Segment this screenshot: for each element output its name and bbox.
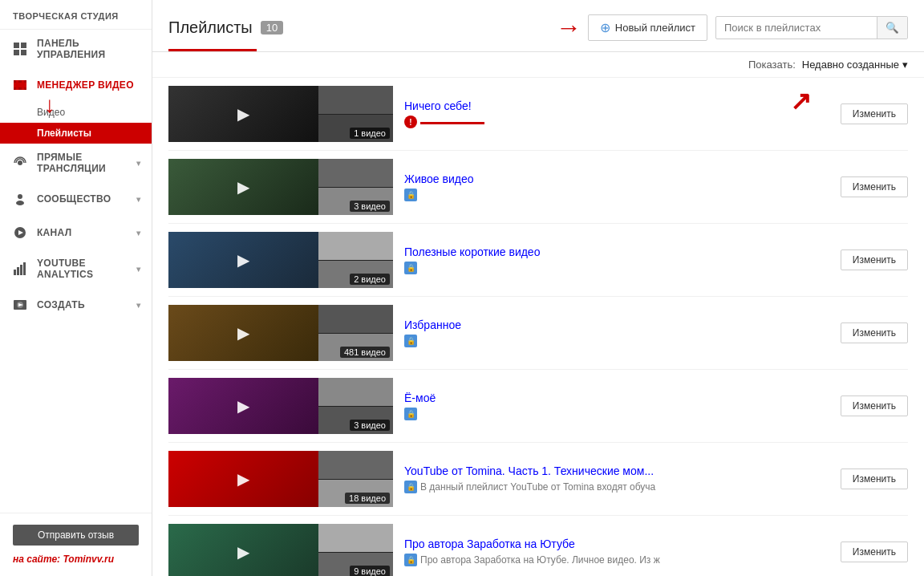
play-icon: ▶ xyxy=(237,469,249,489)
playlist-row: ▶ 2 видео Полезные короткие видео 🔒 Изме… xyxy=(168,224,908,297)
channel-icon xyxy=(11,224,29,241)
playlist-info: Избранное 🔒 xyxy=(404,318,841,347)
sidebar-item-channel[interactable]: КАНАЛ ▾ xyxy=(0,216,152,249)
privacy-icon: 🔒 xyxy=(404,554,417,566)
privacy-icon: 🔒 xyxy=(404,335,417,347)
sidebar-nav: ПАНЕЛЬ УПРАВЛЕНИЯ МЕНЕДЖЕР ВИДЕО xyxy=(0,30,152,513)
broadcast-icon xyxy=(11,154,29,172)
edit-button[interactable]: Изменить xyxy=(841,176,908,197)
playlist-thumbnail: ▶ 2 видео xyxy=(168,232,393,288)
privacy-icon: 🔒 xyxy=(404,262,417,274)
create-icon xyxy=(11,296,29,314)
playlist-thumbnail: ▶ 18 видео xyxy=(168,451,393,507)
film-icon xyxy=(11,76,29,94)
video-count-badge: 9 видео xyxy=(350,566,390,576)
page-title: Плейлисты xyxy=(168,18,253,37)
svg-rect-3 xyxy=(21,50,26,55)
sidebar-item-video-manager[interactable]: МЕНЕДЖЕР ВИДЕО xyxy=(0,68,152,102)
search-button[interactable]: 🔍 xyxy=(877,17,907,39)
play-icon: ▶ xyxy=(237,542,249,562)
edit-button[interactable]: Изменить xyxy=(841,249,908,270)
playlist-info: Живое видео 🔒 xyxy=(404,172,841,201)
video-count-badge: 18 видео xyxy=(345,493,390,504)
privacy-icon: 🔒 xyxy=(404,189,417,201)
playlist-info: Ё-моё 🔒 xyxy=(404,391,841,420)
video-count-badge: 3 видео xyxy=(350,420,390,431)
playlist-name[interactable]: Ничего себе! xyxy=(404,99,841,112)
search-input[interactable] xyxy=(716,17,877,39)
playlist-name[interactable]: YouTube от Tomina. Часть 1. Технические … xyxy=(404,464,841,477)
privacy-icon: 🔒 xyxy=(404,408,417,420)
playlist-name[interactable]: Живое видео xyxy=(404,172,841,185)
sidebar-video-manager-label: МЕНЕДЖЕР ВИДЕО xyxy=(37,79,134,91)
sidebar-footer: Отправить отзыв на сайте: Tominvv.ru xyxy=(0,513,152,576)
sidebar-channel-label: КАНАЛ xyxy=(37,227,71,238)
edit-button[interactable]: Изменить xyxy=(841,469,908,489)
playlist-row: ▶ 3 видео Живое видео 🔒 Изменить xyxy=(168,151,908,224)
playlist-name[interactable]: Про автора Заработка на Ютубе xyxy=(404,537,841,550)
playlist-name[interactable]: Ё-моё xyxy=(404,391,841,404)
playlist-info: Полезные короткие видео 🔒 xyxy=(404,245,841,274)
playlist-thumbnail: ▶ 9 видео xyxy=(168,524,393,576)
sidebar-item-analytics[interactable]: YOUTUBE ANALYTICS ▾ xyxy=(0,249,152,288)
chevron-down-icon: ▾ xyxy=(136,159,140,168)
playlist-name[interactable]: Избранное xyxy=(404,318,841,331)
playlist-desc: 🔒 xyxy=(404,408,841,420)
sidebar-sub-playlists[interactable]: Плейлисты xyxy=(0,123,152,144)
playlist-desc: ! xyxy=(404,116,841,128)
svg-rect-6 xyxy=(24,80,26,83)
playlist-info: Про автора Заработка на Ютубе 🔒 Про авто… xyxy=(404,537,841,566)
play-icon: ▶ xyxy=(237,323,249,343)
search-icon: 🔍 xyxy=(886,22,899,34)
svg-rect-1 xyxy=(21,43,26,48)
video-count-badge: 1 видео xyxy=(350,128,390,139)
playlist-thumbnail: ▶ 3 видео xyxy=(168,159,393,215)
playlist-desc: 🔒 В данный плейлист YouTube от Tomina вх… xyxy=(404,481,841,493)
svg-rect-18 xyxy=(20,265,22,275)
sidebar-create-label: СОЗДАТЬ xyxy=(37,299,85,310)
main-header: Плейлисты 10 → ⊕ Новый плейлист 🔍 xyxy=(152,0,924,52)
svg-rect-10 xyxy=(18,87,22,90)
show-select[interactable]: Недавно созданные ▾ xyxy=(802,59,908,71)
privacy-icon: 🔒 xyxy=(404,481,417,493)
playlist-desc: 🔒 xyxy=(404,335,841,347)
show-chevron-icon: ▾ xyxy=(902,59,908,71)
sidebar-item-dashboard[interactable]: ПАНЕЛЬ УПРАВЛЕНИЯ xyxy=(0,30,152,68)
main-content: Плейлисты 10 → ⊕ Новый плейлист 🔍 Показа… xyxy=(152,0,924,576)
playlist-row: ▶ 3 видео Ё-моё 🔒 Изменить xyxy=(168,370,908,443)
svg-rect-16 xyxy=(14,270,16,275)
svg-rect-5 xyxy=(14,80,16,83)
svg-point-12 xyxy=(18,194,22,199)
play-icon: ▶ xyxy=(237,177,249,197)
video-count-badge: 481 видео xyxy=(340,347,390,358)
sidebar-item-community[interactable]: СООБЩЕСТВО ▾ xyxy=(0,182,152,216)
playlist-name[interactable]: Полезные короткие видео xyxy=(404,245,841,258)
playlist-thumbnail: ▶ 3 видео xyxy=(168,378,393,434)
feedback-button[interactable]: Отправить отзыв xyxy=(13,525,139,546)
show-label: Показать: xyxy=(748,59,796,71)
sidebar-sub-video: Видео Плейлисты xyxy=(0,102,152,144)
play-icon: ▶ xyxy=(237,396,249,416)
playlist-thumbnail: ▶ 1 видео xyxy=(168,86,393,142)
sidebar-brand: ТВОРЧЕСКАЯ СТУДИЯ xyxy=(0,0,152,30)
sidebar-item-create[interactable]: СОЗДАТЬ ▾ xyxy=(0,288,152,322)
sidebar-dashboard-label: ПАНЕЛЬ УПРАВЛЕНИЯ xyxy=(37,38,140,60)
sidebar-item-livestreams[interactable]: ПРЯМЫЕ ТРАНСЛЯЦИИ ▾ xyxy=(0,144,152,182)
main-header-top: Плейлисты 10 → ⊕ Новый плейлист 🔍 xyxy=(168,13,908,43)
edit-button[interactable]: Изменить xyxy=(841,103,908,124)
playlist-list: ▶ 1 видео Ничего себе! ! Изменить xyxy=(152,78,924,576)
svg-point-11 xyxy=(18,160,22,165)
edit-button[interactable]: Изменить xyxy=(841,395,908,416)
search-box: 🔍 xyxy=(715,16,908,39)
playlist-info: YouTube от Tomina. Часть 1. Технические … xyxy=(404,464,841,493)
show-bar: Показать: Недавно созданные ▾ xyxy=(152,52,924,78)
play-icon: ▶ xyxy=(237,250,249,270)
svg-rect-17 xyxy=(17,267,19,275)
svg-rect-0 xyxy=(14,43,19,48)
new-playlist-button[interactable]: ⊕ Новый плейлист xyxy=(588,14,707,41)
edit-button[interactable]: Изменить xyxy=(841,322,908,343)
svg-rect-19 xyxy=(23,262,26,275)
sidebar-analytics-label: YOUTUBE ANALYTICS xyxy=(37,258,136,280)
chevron-down-icon-5: ▾ xyxy=(136,301,140,310)
edit-button[interactable]: Изменить xyxy=(841,542,908,562)
